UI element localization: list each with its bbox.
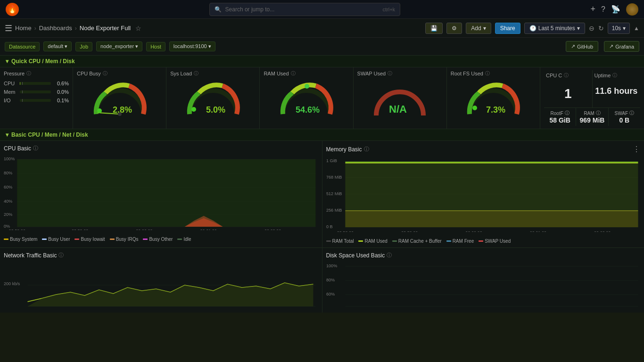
svg-text:23:58:00: 23:58:00 xyxy=(337,230,353,232)
svg-text:23:59:00: 23:59:00 xyxy=(401,230,418,232)
ram-info[interactable]: ⓘ xyxy=(596,110,601,116)
legend-busy-other: Busy Other xyxy=(143,237,173,242)
svg-text:0%: 0% xyxy=(4,224,10,229)
job-select[interactable]: node_exporter ▾ xyxy=(96,41,142,51)
ram-stat-label: RAM ⓘ xyxy=(578,110,606,116)
memory-menu-button[interactable]: ⋮ xyxy=(633,145,640,154)
charts-row: CPU Basic ⓘ 100% 80% 60% 40% 20% 0% xyxy=(0,141,644,247)
pressure-card: Pressure ⓘ CPU 0.6% Mem 0.0% xyxy=(0,67,73,129)
grafana-logo[interactable]: 🔥 xyxy=(6,3,19,16)
datasource-select[interactable]: default ▾ xyxy=(43,41,72,51)
rootfs-info[interactable]: ⓘ xyxy=(565,110,570,116)
save-button[interactable]: 💾 xyxy=(425,23,443,34)
save-icon: 💾 xyxy=(430,25,438,32)
clock-icon: 🕐 xyxy=(529,25,537,32)
ram-cache-label: RAM Cache + Buffer xyxy=(398,239,442,244)
refresh-interval-picker[interactable]: 10s ▾ xyxy=(608,23,630,34)
busy-system-dot xyxy=(4,239,8,240)
menu-icon[interactable]: ☰ xyxy=(5,23,12,33)
basic-section-header[interactable]: ▾ Basic CPU / Mem / Net / Disk xyxy=(0,129,644,141)
settings-button[interactable]: ⚙ xyxy=(446,23,462,34)
mem-track xyxy=(20,90,51,93)
github-button[interactable]: ↗ GitHub xyxy=(566,41,598,52)
cpu-busy-gauge: 2.8% xyxy=(77,79,162,116)
sys-load-info[interactable]: ⓘ xyxy=(194,70,198,77)
breadcrumb-bar: ☰ Home › Dashboards › Node Exporter Full… xyxy=(0,19,644,38)
time-range-picker[interactable]: 🕐 Last 5 minutes ▾ xyxy=(524,23,585,34)
svg-text:00:01:00: 00:01:00 xyxy=(200,229,217,230)
cpu-label: CPU xyxy=(4,81,17,86)
svg-point-6 xyxy=(305,84,309,89)
ram-free-dot xyxy=(446,240,451,242)
pressure-info-icon[interactable]: ⓘ xyxy=(26,70,31,77)
refresh-icon[interactable]: ↻ xyxy=(598,25,604,32)
grafana-button[interactable]: ↗ Grafana xyxy=(604,41,639,52)
network-title: Network Traffic Basic ⓘ xyxy=(4,252,318,259)
search-placeholder: Search or jump to... xyxy=(225,6,275,13)
root-fs-info[interactable]: ⓘ xyxy=(485,70,490,77)
basic-collapse-icon: ▾ xyxy=(6,132,8,138)
help-icon[interactable]: ? xyxy=(601,5,605,14)
breadcrumb-dashboards[interactable]: Dashboards xyxy=(39,25,72,32)
ram-used-info[interactable]: ⓘ xyxy=(291,70,296,77)
svg-text:200 kb/s: 200 kb/s xyxy=(4,281,20,286)
disk-info[interactable]: ⓘ xyxy=(387,252,392,259)
svg-text:00:00:00: 00:00:00 xyxy=(465,230,482,232)
breadcrumb-sep2: › xyxy=(75,25,77,32)
collapse-all-icon[interactable]: ▲ xyxy=(634,25,639,32)
basic-section-title: Basic CPU / Mem / Net / Disk xyxy=(11,132,88,138)
uptime-value: 11.6 hours xyxy=(594,86,639,96)
breadcrumb-home[interactable]: Home xyxy=(15,25,32,32)
uptime-info[interactable]: ⓘ xyxy=(612,72,617,79)
svg-text:23:58:00: 23:58:00 xyxy=(9,229,25,230)
svg-point-9 xyxy=(472,106,477,110)
share-button[interactable]: Share xyxy=(495,23,520,34)
svg-text:768 MiB: 768 MiB xyxy=(326,175,342,180)
zoom-out-icon[interactable]: ⊖ xyxy=(589,25,594,32)
svg-marker-44 xyxy=(345,211,638,227)
busy-iowait-dot xyxy=(74,239,79,240)
nav-right: + ? 📡 xyxy=(591,3,638,16)
svg-text:512 MiB: 512 MiB xyxy=(326,191,342,196)
busy-system-label: Busy System xyxy=(10,237,37,242)
svg-text:00:01:00: 00:01:00 xyxy=(529,230,546,232)
bottom-charts: Network Traffic Basic ⓘ 200 kb/s Disk Sp… xyxy=(0,247,644,313)
swap-info[interactable]: ⓘ xyxy=(629,110,634,116)
swap-stat: SWAF ⓘ 0 B xyxy=(609,108,640,126)
sys-load-card: Sys Load ⓘ 5.0% xyxy=(166,67,260,129)
plus-icon[interactable]: + xyxy=(591,4,596,14)
github-label: GitHub xyxy=(577,44,593,49)
rootfs-value: 58 GiB xyxy=(546,116,574,124)
feed-icon[interactable]: 📡 xyxy=(611,5,620,14)
avatar[interactable] xyxy=(626,3,638,16)
cpu-count-title: CPU C ⓘ xyxy=(546,72,590,79)
search-bar[interactable]: 🔍 Search or jump to... ctrl+k xyxy=(209,3,401,16)
cpu-basic-info[interactable]: ⓘ xyxy=(33,145,38,152)
svg-text:00:00:00: 00:00:00 xyxy=(136,229,152,230)
add-button[interactable]: Add ▾ xyxy=(466,23,491,34)
swap-used-info[interactable]: ⓘ xyxy=(388,70,392,77)
busy-irqs-label: Busy IRQs xyxy=(116,237,139,242)
swap-label: SWAF ⓘ xyxy=(611,110,638,116)
svg-text:256 MiB: 256 MiB xyxy=(326,208,342,213)
legend-busy-iowait: Busy Iowait xyxy=(74,237,105,242)
add-chevron: ▾ xyxy=(483,25,486,32)
network-info[interactable]: ⓘ xyxy=(58,252,64,259)
svg-text:1 GiB: 1 GiB xyxy=(326,158,337,163)
star-icon[interactable]: ☆ xyxy=(135,25,141,32)
svg-text:40%: 40% xyxy=(4,199,12,204)
swap-used-gauge: N/A xyxy=(357,79,443,119)
uptime-panel: Uptime ⓘ 11.6 hours xyxy=(593,70,641,107)
busy-other-label: Busy Other xyxy=(149,237,173,242)
cpu-busy-info[interactable]: ⓘ xyxy=(103,70,107,77)
io-track xyxy=(20,99,51,102)
quick-section-header[interactable]: ▾ Quick CPU / Mem / Disk xyxy=(0,56,644,67)
host-label: Host xyxy=(146,42,165,51)
cpu-count-info[interactable]: ⓘ xyxy=(564,72,569,79)
host-select[interactable]: localhost:9100 ▾ xyxy=(169,41,215,51)
memory-basic-info[interactable]: ⓘ xyxy=(364,146,369,153)
svg-text:100%: 100% xyxy=(4,156,15,161)
cpu-basic-title: CPU Basic ⓘ xyxy=(4,145,318,152)
swap-used-title: SWAP Used ⓘ xyxy=(357,70,443,77)
io-label: I/O xyxy=(4,98,17,103)
